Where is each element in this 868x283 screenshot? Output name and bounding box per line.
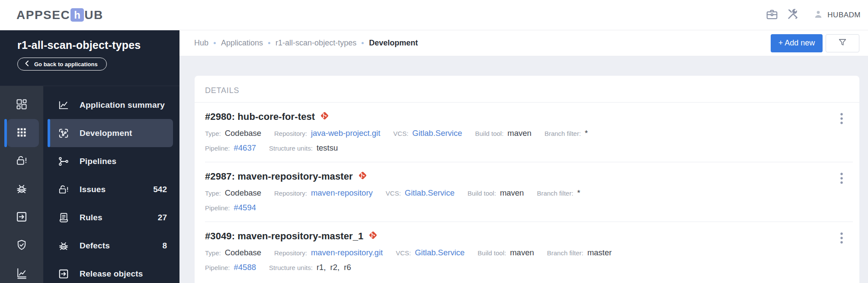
breadcrumb-separator	[362, 42, 364, 44]
structure-units-value: testsu	[317, 142, 338, 154]
pipeline-link[interactable]: #4588	[234, 262, 256, 273]
sidebar-item-label: Defects	[80, 241, 110, 251]
rail-item-defects[interactable]	[0, 175, 43, 203]
header-right: HUBADM	[763, 6, 868, 24]
filter-funnel-icon	[838, 38, 847, 48]
type-label: Type:	[205, 248, 221, 259]
shield-check-icon	[16, 239, 28, 252]
detail-item: #2980: hub-core-for-test T	[205, 103, 853, 162]
structure-units-label: Structure units:	[269, 143, 313, 154]
pipeline-label: Pipeline:	[205, 262, 230, 273]
build-tool-value: maven	[500, 187, 524, 199]
logo-h-tile: h	[70, 8, 84, 22]
details-title: DETAILS	[205, 86, 239, 95]
breadcrumb-applications[interactable]: Applications	[221, 39, 263, 48]
repository-label: Repository:	[274, 128, 307, 139]
sidebar-item-defects[interactable]: Defects 8	[48, 232, 173, 260]
pipeline-link[interactable]: #4637	[234, 142, 256, 154]
item-menu-button[interactable]	[834, 111, 849, 127]
vcs-link[interactable]: Gitlab.Service	[412, 128, 462, 139]
breadcrumb-application-name[interactable]: r1-all-scan-object-types	[275, 39, 356, 48]
vcs-label: VCS:	[386, 188, 401, 199]
rail-item-applications[interactable]	[0, 119, 43, 147]
go-back-label: Go back to applications	[34, 61, 98, 68]
breadcrumb-bar: Hub Applications r1-all-scan-object-type…	[179, 30, 868, 56]
git-icon	[368, 230, 378, 242]
chart-icon	[16, 267, 28, 280]
rail-item-release[interactable]	[0, 203, 43, 232]
detail-item: #3049: maven-repository-master_1	[205, 222, 853, 281]
detail-item-title-row: #3049: maven-repository-master_1	[205, 230, 827, 242]
meta-row: Type:Codebase Repository:maven-repositor…	[205, 187, 827, 199]
page-actions: + Add new	[771, 34, 859, 52]
appsechub-logo: APPSEC h UB	[16, 8, 103, 22]
vcs-link[interactable]: Gitlab.Service	[415, 247, 464, 258]
tools-icon	[786, 8, 799, 22]
development-icon	[58, 128, 69, 139]
type-label: Type:	[205, 188, 221, 199]
sidebar: r1-all-scan-object-types Go back to appl…	[0, 30, 179, 283]
details-header: DETAILS	[195, 76, 859, 103]
build-tool-label: Build tool:	[477, 248, 506, 259]
chevron-left-icon	[25, 60, 29, 68]
rail-item-security[interactable]	[0, 232, 43, 260]
sidebar-item-application-summary[interactable]: Application summary	[48, 91, 173, 119]
add-new-button[interactable]: + Add new	[771, 34, 823, 52]
meta-row: Type:Codebase Repository:java-web-projec…	[205, 128, 827, 139]
kebab-icon	[840, 232, 843, 245]
repository-label: Repository:	[274, 188, 307, 199]
breadcrumb-hub[interactable]: Hub	[194, 39, 208, 48]
dashboard-icon	[16, 98, 28, 112]
sidebar-item-issues[interactable]: Issues 542	[48, 175, 173, 203]
bug-icon	[58, 240, 69, 251]
git-icon	[358, 170, 368, 182]
sidebar-item-development[interactable]: Development	[48, 119, 173, 147]
branch-filter-value: *	[585, 128, 588, 139]
repository-link[interactable]: maven-repository	[311, 187, 373, 199]
tools-button[interactable]	[784, 6, 802, 24]
vcs-label: VCS:	[393, 128, 408, 139]
rail-item-issues[interactable]	[0, 147, 43, 175]
sidebar-header: r1-all-scan-object-types Go back to appl…	[0, 30, 179, 86]
sidebar-item-label: Pipelines	[80, 157, 116, 166]
sidebar-item-label: Release objects	[80, 269, 143, 279]
lock-alert-icon	[16, 154, 28, 168]
vcs-link[interactable]: Gitlab.Service	[405, 187, 455, 199]
branch-filter-value: master	[587, 247, 612, 258]
repository-link[interactable]: maven-repository.git	[311, 247, 383, 258]
item-menu-button[interactable]	[834, 171, 849, 187]
detail-item-title-row: #2980: hub-core-for-test	[205, 111, 827, 122]
meta-row: Pipeline:#4594	[205, 202, 827, 214]
breadcrumb-separator	[214, 42, 216, 44]
type-value: Codebase	[225, 187, 261, 199]
briefcase-button[interactable]	[763, 6, 781, 24]
go-back-button[interactable]: Go back to applications	[17, 58, 107, 71]
sidebar-item-count: 27	[158, 213, 167, 222]
detail-item: #2987: maven-repository-master	[205, 162, 853, 222]
breadcrumb-current: Development	[369, 39, 418, 48]
type-value: Codebase	[225, 247, 261, 258]
sidebar-item-release-objects[interactable]: Release objects	[48, 260, 173, 283]
type-value: Codebase	[225, 128, 261, 139]
vcs-label: VCS:	[396, 248, 411, 259]
item-menu-button[interactable]	[834, 231, 849, 246]
sidebar-menu: Application summary Development	[43, 86, 179, 283]
sidebar-item-rules[interactable]: Rules 27	[48, 203, 173, 232]
bug-icon	[16, 183, 28, 196]
exit-box-icon	[58, 268, 69, 280]
person-icon	[813, 9, 823, 21]
branch-filter-value: *	[577, 187, 580, 199]
sidebar-item-pipelines[interactable]: Pipelines	[48, 147, 173, 175]
branch-filter-label: Branch filter:	[545, 128, 581, 139]
repository-link[interactable]: java-web-project.git	[311, 128, 380, 139]
branch-filter-label: Branch filter:	[537, 188, 573, 199]
rail-item-reports[interactable]	[0, 260, 43, 283]
lock-alert-icon	[58, 184, 69, 195]
rail-item-dashboard[interactable]	[0, 91, 43, 119]
exit-box-icon	[16, 211, 28, 224]
page: APPSEC h UB	[0, 0, 868, 283]
user-menu[interactable]: HUBADM	[813, 9, 861, 21]
pipeline-link[interactable]: #4594	[234, 202, 256, 213]
kebab-icon	[840, 172, 843, 186]
filter-button[interactable]	[826, 34, 859, 52]
